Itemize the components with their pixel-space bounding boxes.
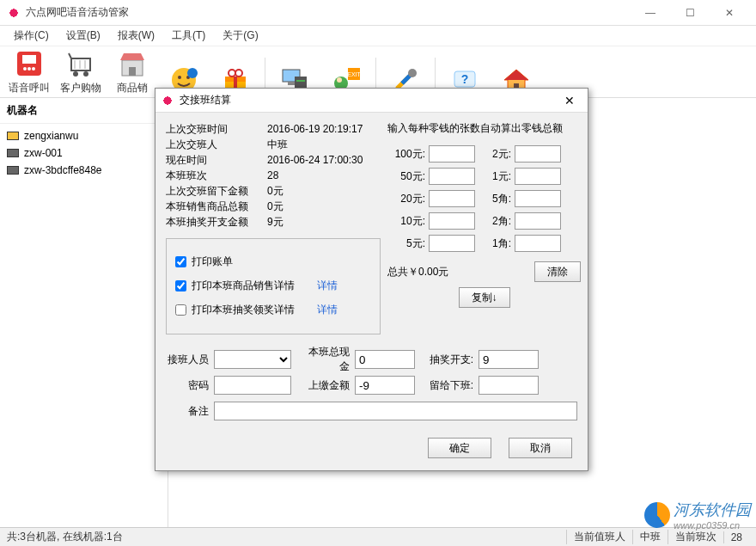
denom-label: 100元: [387,147,429,162]
print-sale-label: 打印本班商品销售详情 [192,279,295,293]
denom-50-input[interactable] [429,168,475,185]
info-value: 2016-06-19 20:19:17 [267,123,381,135]
denom-10-input[interactable] [429,212,475,230]
dialog-backdrop: 交接班结算 ✕ 上次交班时间2016-06-19 20:19:17 上次交班人中… [0,0,756,546]
ok-button[interactable]: 确定 [428,438,491,458]
total-cash-input[interactable] [355,350,415,369]
remark-label: 备注 [166,404,214,419]
denom-1-input[interactable] [515,168,561,185]
leave-next-label: 留给下班: [425,378,479,393]
lottery-out-label: 抽奖开支: [425,353,479,367]
dialog-icon [161,94,174,107]
denom-label: 2角: [484,214,515,229]
money-hint: 输入每种零钱的张数自动算出零钱总额 [387,121,581,136]
info-label: 上次交班留下金额 [166,184,267,199]
print-sale-checkbox[interactable] [175,280,186,291]
denom-02j-input[interactable] [515,212,561,230]
print-lottery-label: 打印本班抽奖领奖详情 [192,303,295,317]
detail-link[interactable]: 详情 [317,303,338,317]
denom-label: 20元: [387,192,429,206]
print-lottery-checkbox[interactable] [175,304,186,316]
denom-label: 2元: [484,147,515,162]
denom-label: 10元: [387,214,429,229]
denom-label: 50元: [387,169,429,184]
take-person-select[interactable] [214,350,291,369]
info-label: 本班抽奖开支金额 [166,215,267,230]
denom-20-input[interactable] [429,190,475,207]
denom-label: 5元: [387,236,429,251]
dialog-close-button[interactable]: ✕ [557,94,582,107]
cancel-button[interactable]: 取消 [509,438,572,458]
leave-next-input[interactable] [479,376,539,395]
take-person-label: 接班人员 [166,353,214,367]
dialog-titlebar: 交接班结算 ✕ [155,89,588,113]
info-label: 现在时间 [166,153,267,168]
denom-05j-input[interactable] [515,190,561,207]
total-cash-label: 本班总现金 [302,345,355,374]
info-label: 本班班次 [166,169,267,183]
info-value: 9元 [267,215,381,230]
dialog-title: 交接班结算 [180,93,557,107]
denom-label: 1元: [484,169,515,184]
copy-button[interactable]: 复制↓ [459,287,510,308]
print-bill-label: 打印账单 [192,255,233,269]
password-input[interactable] [214,376,291,395]
denom-label: 5角: [484,192,515,206]
info-label: 上次交班时间 [166,122,267,137]
clear-button[interactable]: 清除 [534,261,581,282]
denom-01j-input[interactable] [515,235,561,252]
money-panel: 输入每种零钱的张数自动算出零钱总额 100元:2元: 50元:1元: 20元:5… [387,121,581,308]
denom-2-input[interactable] [515,145,561,163]
remark-input[interactable] [214,402,577,420]
money-total: 总共￥0.00元 [387,265,448,279]
info-value: 28 [267,169,381,181]
hand-in-label: 上缴金额 [302,378,355,393]
denom-label: 1角: [484,236,515,251]
form-block: 接班人员 本班总现金 抽奖开支: 密码 上缴金额 留给下班: [166,347,577,424]
detail-link[interactable]: 详情 [317,279,338,293]
denom-100-input[interactable] [429,145,475,163]
password-label: 密码 [166,378,214,393]
lottery-out-input[interactable] [479,350,539,369]
print-options-group: 打印账单 打印本班商品销售详情 详情 打印本班抽奖领奖详情 详情 [166,238,381,334]
info-value: 中班 [267,138,381,152]
denom-5-input[interactable] [429,235,475,252]
info-value: 2016-06-24 17:00:30 [267,154,381,166]
print-bill-checkbox[interactable] [175,256,186,267]
hand-in-input[interactable] [355,376,415,395]
info-label: 本班销售商品总额 [166,199,267,214]
shift-settlement-dialog: 交接班结算 ✕ 上次交班时间2016-06-19 20:19:17 上次交班人中… [155,88,588,471]
info-value: 0元 [267,184,381,199]
info-value: 0元 [267,199,381,214]
info-label: 上次交班人 [166,138,267,152]
